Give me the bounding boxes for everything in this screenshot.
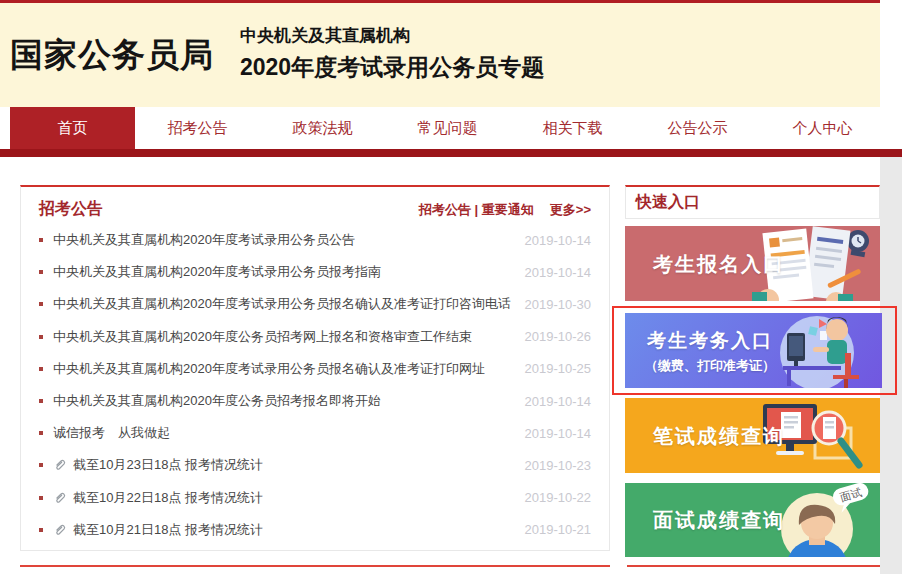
announcement-date: 2019-10-26 xyxy=(525,329,592,344)
announcement-link[interactable]: 中央机关及其直属机构2020年度考试录用公务员报名确认及准考证打印咨询电话 xyxy=(53,295,513,313)
paperclip-icon xyxy=(53,491,67,505)
announcements-meta: 招考公告 | 重要通知 更多>> xyxy=(419,201,591,219)
entry-exam-affairs-label: 考生考务入口 （缴费、打印准考证） xyxy=(645,327,775,374)
right-gutter xyxy=(880,157,902,574)
bullet-icon xyxy=(39,399,43,403)
entry-exam-affairs-button[interactable]: 考生考务入口 （缴费、打印准考证） xyxy=(625,313,882,388)
entry-written-score-button[interactable]: 笔试成绩查询 xyxy=(625,398,880,473)
nav-bottom-bar xyxy=(0,149,902,157)
announcement-date: 2019-10-25 xyxy=(525,361,592,376)
nav-tab-public-notices[interactable]: 公告公示 xyxy=(635,107,760,149)
announcements-panel: 招考公告 招考公告 | 重要通知 更多>> 中央机关及其直属机构2020年度考试… xyxy=(20,185,610,551)
announcements-title: 招考公告 xyxy=(39,199,103,220)
bullet-icon xyxy=(39,496,43,500)
announcement-date: 2019-10-14 xyxy=(525,233,592,248)
page-title: 2020年度考试录用公务员专题 xyxy=(240,52,544,83)
quick-entry-panel: 快速入口 xyxy=(625,185,880,219)
list-item[interactable]: 截至10月22日18点 报考情况统计 2019-10-22 xyxy=(39,482,591,514)
list-item[interactable]: 中央机关及其直属机构2020年度考试录用公务员报考指南 2019-10-14 xyxy=(39,256,591,288)
announcement-link[interactable]: 中央机关及其直属机构2020年度考试录用公务员报名确认及准考证打印网址 xyxy=(53,360,513,378)
announcements-list: 中央机关及其直属机构2020年度考试录用公务员公告 2019-10-14 中央机… xyxy=(21,224,609,546)
entry-exam-affairs-main-label: 考生考务入口 xyxy=(647,329,773,350)
announcement-link[interactable]: 中央机关及其直属机构2020年度公务员招考报名即将开始 xyxy=(53,392,513,410)
entry-written-score-label: 笔试成绩查询 xyxy=(653,422,785,449)
list-item[interactable]: 中央机关及其直属机构2020年度公务员招考报名即将开始 2019-10-14 xyxy=(39,385,591,417)
bullet-icon xyxy=(39,335,43,339)
nav-tab-faq[interactable]: 常见问题 xyxy=(385,107,510,149)
list-item[interactable]: 中央机关及其直属机构2020年度考试录用公务员公告 2019-10-14 xyxy=(39,224,591,256)
site-logo: 国家公务员局 xyxy=(10,33,214,78)
announcement-date: 2019-10-14 xyxy=(525,394,592,409)
list-item[interactable]: 中央机关及其直属机构2020年度公务员招考网上报名和资格审查工作结束 2019-… xyxy=(39,321,591,353)
announcement-link[interactable]: 诚信报考 从我做起 xyxy=(53,424,513,442)
announcement-date: 2019-10-21 xyxy=(525,522,592,537)
announcement-link[interactable]: 中央机关及其直属机构2020年度考试录用公务员报考指南 xyxy=(53,263,513,281)
list-item[interactable]: 截至10月23日18点 报考情况统计 2019-10-23 xyxy=(39,449,591,481)
page: 国家公务员局 中央机关及其直属机构 2020年度考试录用公务员专题 首页 招考公… xyxy=(0,0,902,574)
announcements-category-links[interactable]: 招考公告 | 重要通知 xyxy=(419,201,534,219)
announcement-date: 2019-10-14 xyxy=(525,426,592,441)
bullet-icon xyxy=(39,270,43,274)
announcement-date: 2019-10-30 xyxy=(525,297,592,312)
announcement-date: 2019-10-22 xyxy=(525,490,592,505)
announcement-link[interactable]: 截至10月22日18点 报考情况统计 xyxy=(73,489,513,507)
announcement-date: 2019-10-23 xyxy=(525,458,592,473)
entry-register-button[interactable]: 考生报名入口 xyxy=(625,226,880,301)
bullet-icon xyxy=(39,431,43,435)
site-header: 国家公务员局 中央机关及其直属机构 2020年度考试录用公务员专题 xyxy=(0,3,880,107)
list-item[interactable]: 诚信报考 从我做起 2019-10-14 xyxy=(39,417,591,449)
entry-interview-score-label: 面试成绩查询 xyxy=(653,507,785,534)
entry-register-label: 考生报名入口 xyxy=(653,250,785,277)
paperclip-icon xyxy=(53,458,67,472)
more-link[interactable]: 更多>> xyxy=(550,201,591,219)
site-subtitle: 中央机关及其直属机构 xyxy=(240,24,544,47)
nav-tab-policies[interactable]: 政策法规 xyxy=(260,107,385,149)
nav-tab-personal-center[interactable]: 个人中心 xyxy=(760,107,885,149)
announcements-header: 招考公告 招考公告 | 重要通知 更多>> xyxy=(21,187,609,222)
nav-tab-recruit-announcements[interactable]: 招考公告 xyxy=(135,107,260,149)
entry-exam-affairs-sublabel: （缴费、打印准考证） xyxy=(645,356,775,374)
quick-entry-title: 快速入口 xyxy=(636,192,700,213)
entry-interview-score-button[interactable]: 面试 面试成绩查询 xyxy=(625,483,880,557)
bullet-icon xyxy=(39,463,43,467)
announcement-link[interactable]: 截至10月23日18点 报考情况统计 xyxy=(73,456,513,474)
person-at-computer-illustration xyxy=(757,313,882,388)
paperclip-icon xyxy=(53,523,67,537)
bullet-icon xyxy=(39,302,43,306)
announcement-date: 2019-10-14 xyxy=(525,265,592,280)
list-item[interactable]: 中央机关及其直属机构2020年度考试录用公务员报名确认及准考证打印网址 2019… xyxy=(39,353,591,385)
bullet-icon xyxy=(39,528,43,532)
main-nav: 首页 招考公告 政策法规 常见问题 相关下载 公告公示 个人中心 xyxy=(10,107,885,149)
bullet-icon xyxy=(39,367,43,371)
announcement-link[interactable]: 中央机关及其直属机构2020年度公务员招考网上报名和资格审查工作结束 xyxy=(53,328,513,346)
announcement-link[interactable]: 中央机关及其直属机构2020年度考试录用公务员公告 xyxy=(53,231,513,249)
next-section-border-right xyxy=(627,565,880,567)
bullet-icon xyxy=(39,238,43,242)
nav-tab-downloads[interactable]: 相关下载 xyxy=(510,107,635,149)
announcement-link[interactable]: 截至10月21日18点 报考情况统计 xyxy=(73,521,513,539)
list-item[interactable]: 截至10月21日18点 报考情况统计 2019-10-21 xyxy=(39,514,591,546)
site-title-block: 中央机关及其直属机构 2020年度考试录用公务员专题 xyxy=(240,24,544,83)
list-item[interactable]: 中央机关及其直属机构2020年度考试录用公务员报名确认及准考证打印咨询电话 20… xyxy=(39,288,591,320)
next-section-border-left xyxy=(20,565,610,567)
nav-tab-home[interactable]: 首页 xyxy=(10,107,135,149)
